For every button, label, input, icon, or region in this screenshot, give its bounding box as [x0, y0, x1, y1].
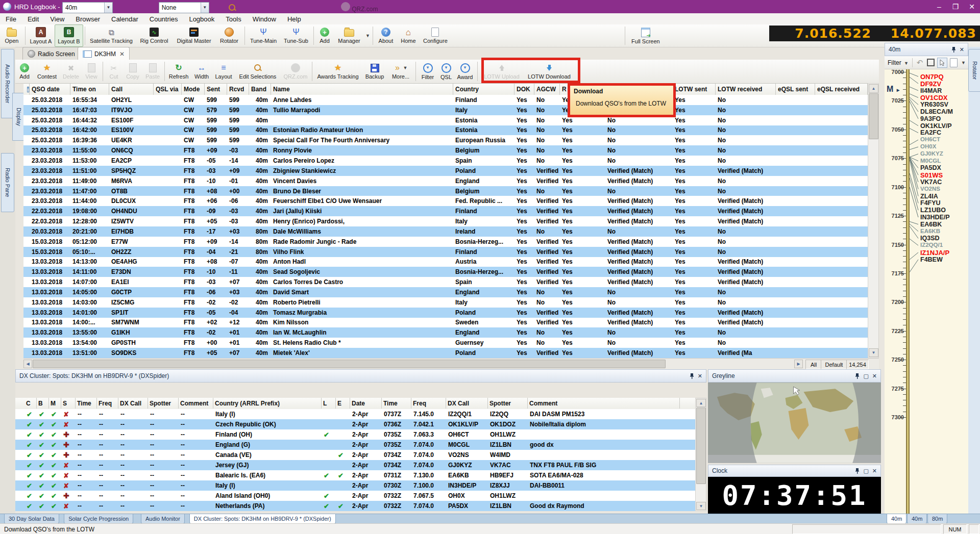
column-header-time-on[interactable]: Time on — [70, 84, 109, 95]
band-spot-callsign[interactable]: OK1KLV/P — [920, 122, 952, 130]
menu-item-window[interactable]: Window — [247, 14, 282, 24]
band-spot-callsign[interactable]: YR630SV — [920, 101, 948, 108]
column-header-eqsl-received[interactable]: eQSL received — [815, 84, 868, 95]
dx-wsi-filter-select[interactable]: None▼ — [159, 2, 209, 13]
band-spot-callsign[interactable]: OV1CDX — [920, 94, 947, 101]
table-row[interactable]: 13.03.201814:00:...SM7WNMFT8+02+1240mKim… — [23, 318, 868, 328]
table-row[interactable]: 22.03.201812:28:00IZ5WTVFT8+05-0340mHenr… — [23, 216, 868, 226]
menu-item-browser[interactable]: Browser — [70, 14, 106, 24]
dx-column-header[interactable]: C — [24, 398, 37, 409]
column-header-dok[interactable]: DOK — [514, 84, 534, 95]
hscroll-thumb[interactable] — [33, 360, 666, 368]
band-spot-callsign[interactable]: IZ1NJA/P — [920, 249, 949, 257]
maximize-panel-icon[interactable]: ▢ — [863, 468, 868, 474]
dx-column-header[interactable]: E — [336, 398, 350, 409]
table-row[interactable]: 23.03.201811:44:00DL0CUXFT8+06-0640mFeue… — [23, 196, 868, 206]
band-spot-callsign[interactable]: PA5DX — [920, 164, 941, 171]
dx-spot-row[interactable]: ✔✔✔✘----------Italy (I)2-Apr0737Z7.145.0… — [15, 409, 695, 419]
backup-button[interactable]: Backup — [362, 60, 387, 83]
pin-icon[interactable] — [855, 468, 860, 474]
close-panel-icon[interactable]: ✕ — [872, 468, 877, 474]
maximize-panel-icon[interactable]: ▢ — [863, 373, 868, 379]
bottom-tab-solar-cycle-progression[interactable]: Solar Cycle Progression — [64, 514, 133, 524]
pointer-icon[interactable] — [937, 58, 947, 68]
add-button[interactable]: +Add — [15, 60, 34, 83]
band-tab-80m[interactable]: 80m — [927, 514, 947, 524]
table-row[interactable]: 13.03.201813:55:00G1IKHFT8-02+0140mIan W… — [23, 327, 868, 338]
band-spot-callsign[interactable]: F4BEW — [920, 256, 943, 263]
dx-spot-row[interactable]: ✔✔✔✘----------Jersey (GJ)2-Apr0734Z7.074… — [15, 460, 695, 470]
column-header-lotw-received[interactable]: LOTW received — [716, 84, 776, 95]
manager-button[interactable]: Manager — [334, 24, 364, 47]
pin-icon[interactable] — [951, 47, 956, 53]
dx-spot-row[interactable]: ✔✔✔✚----------England (G)2-Apr0735Z7.074… — [15, 440, 695, 450]
log-vertical-scrollbar[interactable]: ▲ ▼ — [868, 83, 879, 358]
column-header-rcvd[interactable]: Rcvd — [227, 84, 249, 95]
sidebar-tab-rotator[interactable]: Rotator — [968, 49, 980, 92]
close-panel-icon[interactable]: ✕ — [872, 373, 877, 379]
dx-spot-row[interactable]: ✔✔✔✘----------Balearic Is. (EA6)✔✔2-Apr0… — [15, 470, 695, 480]
delete-button[interactable]: ✖Delete — [60, 60, 82, 83]
column-header-sent[interactable]: Sent — [205, 84, 227, 95]
table-row[interactable]: 23.03.201811:49:00M6RVAFT8-10-0140mVince… — [23, 176, 868, 186]
column-header-mode[interactable]: Mode — [182, 84, 205, 95]
menu-item-tools[interactable]: Tools — [220, 14, 247, 24]
edit-selections-button[interactable]: Edit Selections — [235, 60, 281, 83]
band-spot-callsign[interactable]: 9A3FO — [920, 115, 941, 122]
menu-item-help[interactable]: Help — [282, 14, 307, 24]
layout-button[interactable]: ≡Layout — [212, 60, 235, 83]
dx-column-header[interactable]: Freq — [97, 398, 118, 409]
band-tab-40m[interactable]: 40m — [887, 514, 906, 524]
table-row[interactable]: 13.03.201813:54:00GP0STHFT8+00+0140mSt. … — [23, 338, 868, 348]
filter-all-button[interactable]: All — [805, 360, 822, 369]
band-spot-callsign[interactable]: LZ1UBO — [920, 207, 946, 214]
table-row[interactable]: 13.03.201814:07:00EA1EIFT8-03+0740mCarlo… — [23, 277, 868, 287]
dx-column-header[interactable]: Date — [350, 398, 382, 409]
table-row[interactable]: 25.03.201816:47:03IT9VJOCW57959940mTulli… — [23, 105, 868, 115]
dx-column-header[interactable]: Spotter — [488, 398, 528, 409]
digital-master-button[interactable]: Digital Master — [173, 24, 215, 47]
band-spot-callsign[interactable]: GJ0KYZ — [920, 150, 943, 157]
bottom-tab-audio-monitor[interactable]: Audio Monitor — [141, 514, 185, 524]
table-row[interactable]: 20.03.201820:21:00EI7HDBFT8-17+0380mDale… — [23, 226, 868, 237]
band-tab-40m[interactable]: 40m — [907, 514, 927, 524]
dx-column-header[interactable]: Time — [382, 398, 411, 409]
column-header-band[interactable]: Band — [249, 84, 271, 95]
dx-column-header[interactable]: S — [61, 398, 76, 409]
crop-zoom-icon[interactable] — [927, 59, 935, 66]
tune-main-button[interactable]: ΨTune-Main — [247, 24, 280, 47]
greyline-map[interactable] — [708, 383, 881, 463]
close-panel-icon[interactable]: ✕ — [698, 373, 702, 379]
paste-button[interactable]: Paste — [142, 60, 163, 83]
maximize-button[interactable]: ❐ — [947, 0, 964, 13]
table-row[interactable]: 15.03.201805:10:...OH2ZZFT8-04-2180mVilh… — [23, 247, 868, 257]
more--button[interactable]: »▼More... — [387, 60, 414, 83]
filter-default-button[interactable]: Default — [821, 360, 847, 369]
awards-tracking-button[interactable]: ★Awards Tracking — [314, 60, 362, 83]
table-row[interactable]: 25.03.201816:44:32ES100FCW59959940mEston… — [23, 115, 868, 125]
configure-button[interactable]: Configure — [420, 24, 451, 47]
bottom-tab-30-day-solar-data[interactable]: 30 Day Solar Data — [4, 514, 59, 524]
table-row[interactable]: 13.03.201814:01:00SP1ITFT8-05-0440mTomas… — [23, 308, 868, 318]
menu-item-edit[interactable]: Edit — [22, 14, 44, 24]
contest-button[interactable]: ★Contest — [34, 60, 60, 83]
dx-column-header[interactable]: Spotter — [148, 398, 179, 409]
band-spot-callsign[interactable]: DL8ECA/M — [920, 108, 953, 115]
tune-sub-button[interactable]: ΨTune-Sub — [280, 24, 312, 47]
dx-column-header[interactable]: M — [49, 398, 61, 409]
table-row[interactable]: 13.03.201814:03:00IZ5CMGFT8-02-0240mRobe… — [23, 297, 868, 308]
column-header-agcw[interactable]: AGCW — [534, 84, 560, 95]
column-header-name[interactable]: Name — [271, 84, 453, 95]
column-header-eqsl-sent[interactable]: eQSL sent — [776, 84, 815, 95]
table-row[interactable]: 15.03.201805:12:00E77WFT8+09-1480mRade R… — [23, 237, 868, 247]
dx-column-header[interactable]: Comment — [528, 398, 680, 409]
dx-spot-row[interactable]: ✔✔✔✘----------Czech Republic (OK)2-Apr07… — [15, 419, 695, 429]
width-button[interactable]: ↔Width — [191, 60, 212, 83]
column-header-qso-date[interactable]: QSO date — [30, 84, 70, 95]
table-row[interactable]: 13.03.201814:13:00OE4AHGFT8+08-0740mAnto… — [23, 257, 868, 267]
band-spot-callsign[interactable]: EA6BK — [920, 221, 942, 228]
dx-column-header[interactable]: L — [322, 398, 336, 409]
cut-button[interactable]: ✂Cut — [105, 60, 123, 83]
chevron-down-icon[interactable]: ▼ — [365, 33, 370, 38]
satellite-tracking-button[interactable]: ⧉Satellite Tracking — [87, 24, 136, 47]
